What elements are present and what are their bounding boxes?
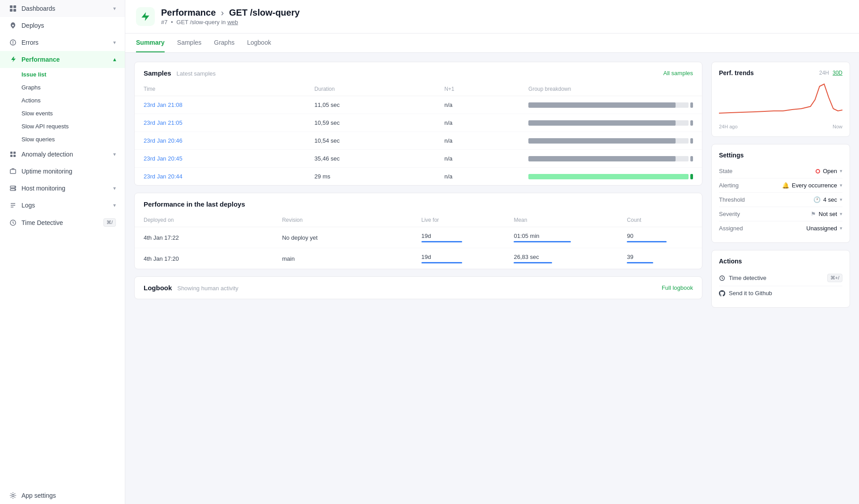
action-row-github: Send it to Github [719,286,842,300]
tab-samples[interactable]: Samples [177,34,201,52]
sidebar-item-logs[interactable]: Logs ▾ [0,197,125,214]
sample-duration-cell: 35,46 sec [306,150,435,168]
svg-rect-7 [10,155,13,157]
deploys-header: Performance in the last deploys [135,193,702,213]
deploys-card: Performance in the last deploys Deployed… [134,193,702,269]
anomaly-icon [9,150,17,158]
page-header: Performance › GET /slow-query #7 • GET /… [125,0,859,34]
deploy-count-cell: 90 [618,227,702,248]
time-30d[interactable]: 30D [833,70,842,76]
svg-point-13 [15,189,16,190]
sidebar-item-dashboards[interactable]: Dashboards ▾ [0,0,125,17]
deploy-revision-cell: main [273,248,412,269]
deploy-date-cell: 4th Jan 17:20 [135,248,273,269]
sub-item-label-actions: Actions [21,97,41,104]
action-time-detective-label: Time detective [729,275,766,281]
full-logbook-link[interactable]: Full logbook [662,284,693,291]
table-row: 4th Jan 17:22 No deploy yet 19d 01:05 mi… [135,227,702,248]
gear-icon [9,491,17,500]
sidebar-sub-item-actions[interactable]: Actions [0,94,125,107]
threshold-value[interactable]: 🕐 4 sec ▾ [813,196,842,203]
sidebar-label-performance: Performance [21,56,60,63]
chevron-down-icon: ▾ [840,182,842,188]
settings-card: Settings State Open ▾ Alerting 🔔 Every o [711,144,850,243]
sidebar-sub-item-slow-events[interactable]: Slow events [0,107,125,120]
sample-duration-cell: 29 ms [306,168,435,186]
sidebar-label-app-settings: App settings [21,492,56,499]
uptime-icon [9,167,17,175]
sidebar-item-time-detective[interactable]: Time Detective ⌘/ [0,214,125,231]
sample-time-cell: 23rd Jan 20:44 [135,168,306,186]
state-value[interactable]: Open ▾ [816,168,842,174]
breadcrumb-parent: Performance [161,8,216,17]
sample-bar-cell [519,168,702,186]
sidebar-sub-item-slow-queries[interactable]: Slow queries [0,133,125,146]
tab-bar: Summary Samples Graphs Logbook [125,34,859,53]
severity-text: Not set [819,211,837,217]
sample-time-link[interactable]: 23rd Jan 21:05 [144,119,183,126]
sidebar-item-deploys[interactable]: Deploys [0,17,125,34]
sidebar-item-host[interactable]: Host monitoring ▾ [0,180,125,197]
svg-rect-1 [13,5,16,8]
bug-icon [9,38,17,47]
sample-time-link[interactable]: 23rd Jan 20:45 [144,155,183,162]
tab-graphs[interactable]: Graphs [214,34,234,52]
sample-duration-cell: 10,54 sec [306,132,435,150]
chevron-down-icon: ▾ [840,225,842,231]
settings-row-threshold: Threshold 🕐 4 sec ▾ [719,193,842,207]
sidebar-item-performance[interactable]: Performance ▴ [0,51,125,68]
sidebar-label-deploys: Deploys [21,22,44,29]
col-live: Live for [412,213,505,227]
alerting-value[interactable]: 🔔 Every occurrence ▾ [782,182,842,189]
time-24h[interactable]: 24H [819,70,829,76]
github-action-icon [719,290,725,296]
assigned-value[interactable]: Unassigned ▾ [806,225,842,232]
sample-n1-cell: n/a [435,132,519,150]
sample-n1-cell: n/a [435,150,519,168]
tab-logbook[interactable]: Logbook [247,34,271,52]
state-text: Open [823,168,837,174]
logbook-title: Logbook [144,284,172,292]
sidebar-sub-item-slow-api[interactable]: Slow API requests [0,120,125,133]
sub-item-label-slow-events: Slow events [21,110,53,117]
col-group: Group breakdown [519,82,702,96]
sample-time-link[interactable]: 23rd Jan 20:44 [144,173,183,180]
sidebar-item-anomaly[interactable]: Anomaly detection ▾ [0,146,125,163]
table-row: 23rd Jan 20:44 29 ms n/a [135,168,702,186]
settings-row-severity: Severity ⚑ Not set ▾ [719,207,842,221]
tab-summary-label: Summary [136,39,165,46]
settings-title: Settings [719,152,842,159]
svg-rect-0 [10,5,13,8]
issue-name: GET /slow-query in [176,19,225,25]
sidebar-label-errors: Errors [21,39,38,46]
sidebar-sub-item-graphs[interactable]: Graphs [0,81,125,94]
chevron-down-icon: ▾ [113,185,116,191]
sample-time-link[interactable]: 23rd Jan 21:08 [144,102,183,108]
sidebar-item-app-settings[interactable]: App settings [0,487,125,504]
sidebar-sub-item-issue-list[interactable]: Issue list [0,68,125,81]
tab-summary[interactable]: Summary [136,34,165,52]
sample-time-link[interactable]: 23rd Jan 20:46 [144,137,183,144]
sidebar-item-uptime[interactable]: Uptime monitoring [0,163,125,180]
time-detective-shortcut-badge: ⌘+/ [827,274,842,282]
action-github[interactable]: Send it to Github [719,290,772,296]
severity-value[interactable]: ⚑ Not set ▾ [811,211,842,217]
logbook-title-area: Logbook Showing human activity [144,284,238,292]
logbook-header: Logbook Showing human activity Full logb… [135,277,702,299]
action-time-detective[interactable]: Time detective [719,275,766,281]
svg-point-15 [12,495,14,497]
chevron-down-icon: ▾ [840,197,842,203]
actions-card: Actions Time detective ⌘+/ Send it to Gi… [711,250,850,308]
sample-n1-cell: n/a [435,96,519,114]
deploys-title: Performance in the last deploys [144,200,245,208]
col-time: Time [135,82,306,96]
chevron-down-icon: ▾ [113,5,116,12]
trends-label-right: Now [833,124,842,129]
page-icon [136,7,155,26]
all-samples-link[interactable]: All samples [663,70,693,76]
tab-graphs-label: Graphs [214,39,234,46]
sample-time-cell: 23rd Jan 20:45 [135,150,306,168]
sidebar-item-errors[interactable]: Errors ▾ [0,34,125,51]
assigned-text: Unassigned [806,225,837,232]
sidebar-label-anomaly: Anomaly detection [21,151,73,158]
